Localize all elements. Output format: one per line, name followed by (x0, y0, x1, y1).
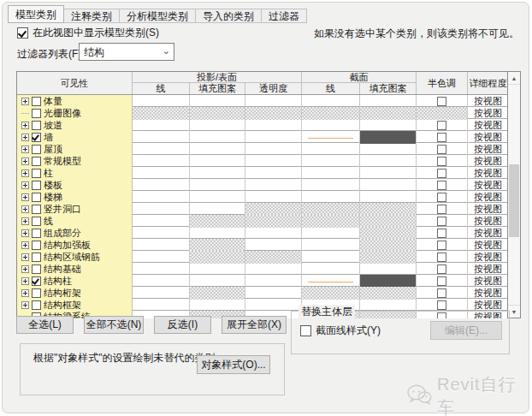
expand-icon[interactable] (21, 134, 29, 141)
halftone-checkbox[interactable] (437, 193, 446, 202)
halftone-cell[interactable] (417, 251, 468, 264)
expand-icon[interactable] (21, 122, 29, 129)
scroll-up-icon[interactable]: ▲ (508, 72, 520, 85)
transparency-cell[interactable] (245, 203, 302, 216)
detail-level-cell[interactable]: 按视图 (468, 239, 508, 252)
proj-line-cell[interactable] (133, 251, 190, 264)
category-checkbox[interactable] (32, 121, 41, 130)
action-button-3[interactable]: 展开全部(X) (222, 316, 287, 334)
section-line-cell[interactable] (302, 275, 360, 288)
section-pattern-cell[interactable] (360, 203, 417, 216)
expand-icon[interactable] (21, 289, 29, 297)
expand-icon[interactable] (21, 301, 29, 309)
expand-icon[interactable] (21, 205, 29, 213)
category-checkbox[interactable] (32, 169, 41, 178)
cut-line-styles-checkbox[interactable] (300, 325, 311, 336)
transparency-cell[interactable] (245, 155, 302, 168)
halftone-checkbox[interactable] (437, 181, 446, 190)
section-pattern-cell[interactable] (360, 191, 417, 204)
section-line-cell[interactable] (302, 227, 360, 240)
section-line-cell[interactable] (302, 95, 360, 108)
proj-line-cell[interactable] (133, 107, 190, 120)
proj-pattern-cell[interactable] (190, 191, 245, 204)
action-button-2[interactable]: 反选(I) (154, 316, 211, 334)
section-line-cell[interactable] (302, 119, 360, 132)
expand-icon[interactable] (21, 277, 29, 285)
halftone-cell[interactable] (417, 131, 468, 144)
category-checkbox[interactable] (32, 276, 41, 286)
proj-pattern-cell[interactable] (190, 167, 245, 180)
section-line-cell[interactable] (302, 239, 360, 252)
category-checkbox[interactable] (32, 288, 41, 298)
vertical-scrollbar[interactable]: ▲ ▼ (507, 71, 521, 318)
tab-1[interactable]: 注释类别 (63, 9, 120, 23)
section-pattern-cell[interactable] (360, 251, 417, 264)
proj-pattern-cell[interactable] (190, 227, 245, 240)
proj-pattern-cell[interactable] (190, 107, 245, 120)
transparency-cell[interactable] (245, 239, 302, 252)
transparency-cell[interactable] (245, 143, 302, 156)
halftone-checkbox[interactable] (437, 205, 446, 214)
section-line-cell[interactable] (302, 143, 360, 156)
halftone-cell[interactable] (417, 95, 468, 108)
halftone-cell[interactable] (417, 215, 468, 228)
section-pattern-cell[interactable] (360, 239, 417, 252)
halftone-checkbox[interactable] (437, 145, 446, 154)
section-pattern-cell[interactable] (360, 287, 417, 300)
edit-button[interactable]: 编辑(E)... (430, 321, 502, 340)
detail-level-cell[interactable]: 按视图 (468, 179, 508, 192)
section-line-cell[interactable] (302, 155, 360, 168)
transparency-cell[interactable] (245, 95, 302, 108)
section-line-cell[interactable] (302, 287, 360, 300)
transparency-cell[interactable] (245, 107, 302, 120)
detail-level-cell[interactable]: 按视图 (468, 107, 508, 120)
detail-level-cell[interactable]: 按视图 (468, 287, 508, 300)
section-pattern-cell[interactable] (360, 131, 417, 144)
detail-level-cell[interactable]: 按视图 (468, 119, 508, 132)
proj-pattern-cell[interactable] (190, 143, 245, 156)
halftone-cell[interactable] (417, 119, 468, 132)
section-line-cell[interactable] (302, 263, 360, 276)
proj-pattern-cell[interactable] (190, 155, 245, 168)
proj-pattern-cell[interactable] (190, 275, 245, 288)
proj-pattern-cell[interactable] (190, 263, 245, 276)
proj-line-cell[interactable] (133, 191, 190, 204)
category-checkbox[interactable] (32, 145, 41, 154)
proj-line-cell[interactable] (133, 203, 190, 216)
section-pattern-cell[interactable] (360, 227, 417, 240)
halftone-checkbox[interactable] (437, 253, 446, 262)
proj-line-cell[interactable] (133, 131, 190, 144)
tab-2[interactable]: 分析模型类别 (119, 9, 196, 23)
halftone-cell[interactable] (417, 227, 468, 240)
category-checkbox[interactable] (32, 300, 41, 310)
detail-level-cell[interactable]: 按视图 (468, 215, 508, 228)
action-button-0[interactable]: 全选(L) (16, 316, 74, 334)
tab-3[interactable]: 导入的类别 (195, 9, 262, 23)
halftone-cell[interactable] (417, 107, 468, 120)
expand-icon[interactable] (21, 146, 29, 153)
halftone-cell[interactable] (417, 263, 468, 276)
halftone-checkbox[interactable] (437, 169, 446, 178)
section-line-cell[interactable] (302, 191, 360, 204)
section-line-cell[interactable] (302, 107, 360, 120)
section-pattern-cell[interactable] (360, 263, 417, 276)
section-pattern-cell[interactable] (360, 275, 417, 288)
section-pattern-cell[interactable] (360, 95, 417, 108)
halftone-checkbox[interactable] (437, 133, 446, 142)
transparency-cell[interactable] (245, 299, 302, 312)
proj-line-cell[interactable] (133, 215, 190, 228)
proj-pattern-cell[interactable] (190, 203, 245, 216)
halftone-checkbox[interactable] (437, 241, 446, 250)
object-styles-button[interactable]: 对象样式(O)... (197, 355, 270, 374)
show-model-categories-checkbox[interactable] (17, 27, 28, 39)
detail-level-cell[interactable]: 按视图 (468, 227, 508, 240)
section-pattern-cell[interactable] (360, 179, 417, 192)
halftone-cell[interactable] (417, 239, 468, 252)
proj-line-cell[interactable] (133, 155, 190, 168)
expand-icon[interactable] (21, 217, 29, 225)
transparency-cell[interactable] (245, 131, 302, 144)
proj-pattern-cell[interactable] (190, 119, 245, 132)
proj-line-cell[interactable] (133, 167, 190, 180)
proj-pattern-cell[interactable] (190, 131, 245, 144)
proj-line-cell[interactable] (133, 299, 190, 312)
